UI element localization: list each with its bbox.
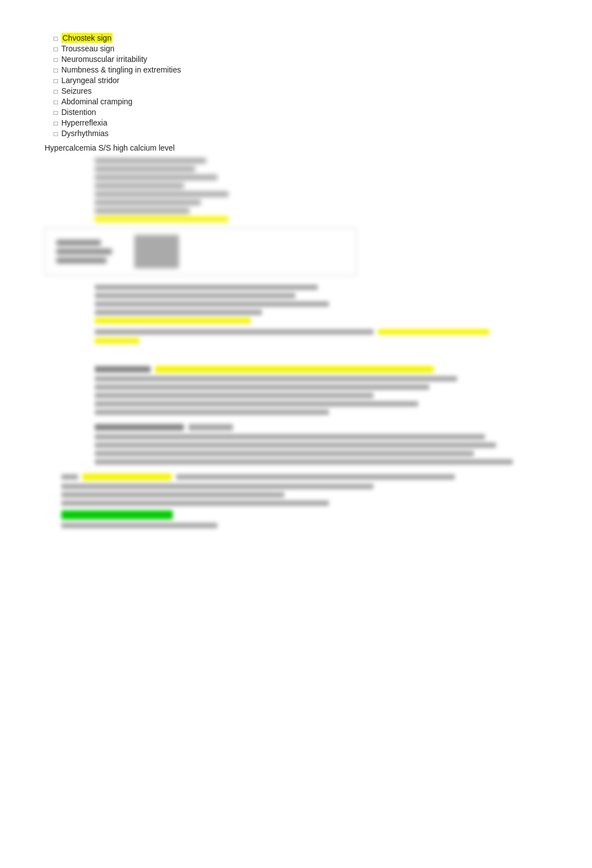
item-text: Hyperreflexia [61, 118, 107, 127]
bullet-icon: □ [50, 98, 61, 106]
list-item: □ Seizures [45, 86, 559, 95]
blurred-text-block-4 [95, 424, 559, 465]
symptom-list: □ Chvostek sign □ Trousseau sign □ Neuro… [45, 33, 559, 138]
bullet-icon: □ [50, 130, 61, 138]
list-item: □ Abdominal cramping [45, 97, 559, 106]
item-text: Numbness & tingling in extremities [61, 65, 181, 74]
blurred-text-block-3 [95, 366, 559, 415]
list-item: □ Hyperreflexia [45, 118, 559, 127]
blurred-text-block-2 [95, 284, 559, 344]
item-text: Chvostek sign [61, 33, 113, 42]
bullet-icon: □ [50, 88, 61, 95]
list-item: □ Numbness & tingling in extremities [45, 65, 559, 74]
list-item: □ Distention [45, 108, 559, 117]
item-text: Trousseau sign [61, 44, 114, 53]
list-item: □ Chvostek sign [45, 33, 559, 42]
bullet-icon: □ [50, 109, 61, 117]
item-text: Distention [61, 108, 96, 117]
list-item: □ Neuromuscular irritability [45, 55, 559, 64]
blurred-text-block-5 [61, 474, 559, 528]
item-text: Seizures [61, 86, 91, 95]
list-item: □ Trousseau sign [45, 44, 559, 53]
bullet-icon: □ [50, 56, 61, 64]
item-text: Laryngeal stridor [61, 76, 119, 85]
highlighted-text: Chvostek sign [61, 33, 113, 43]
list-item: □ Dysrhythmias [45, 129, 559, 138]
blurred-panel [45, 228, 357, 276]
bullet-icon: □ [50, 35, 61, 42]
item-text: Abdominal cramping [61, 97, 133, 106]
item-text: Neuromuscular irritability [61, 55, 147, 64]
bullet-icon: □ [50, 66, 61, 74]
bullet-icon: □ [50, 77, 61, 85]
list-item: □ Laryngeal stridor [45, 76, 559, 85]
bullet-icon: □ [50, 119, 61, 127]
blurred-image-block-1 [95, 158, 559, 222]
bullet-icon: □ [50, 45, 61, 53]
section-title: Hypercalcemia S/S high calcium level [45, 143, 559, 152]
item-text: Dysrhythmias [61, 129, 109, 138]
